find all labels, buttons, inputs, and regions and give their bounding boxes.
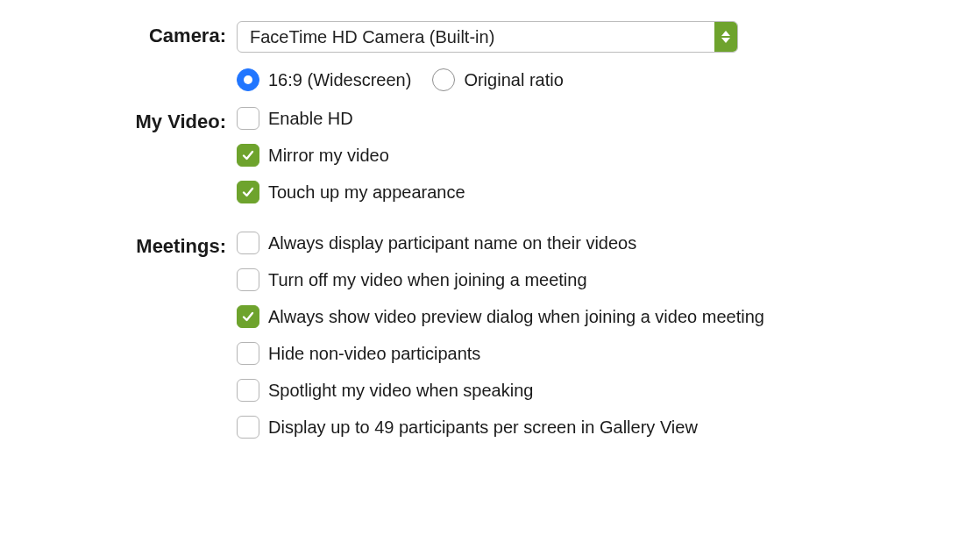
turn-off-video-joining-checkbox[interactable]: Turn off my video when joining a meeting (237, 268, 945, 291)
svg-marker-1 (721, 38, 730, 43)
turn-off-video-joining-label: Turn off my video when joining a meeting (268, 270, 587, 290)
display-participant-name-checkbox[interactable]: Always display participant name on their… (237, 232, 945, 254)
svg-marker-0 (721, 31, 730, 36)
ratio-widescreen-label: 16:9 (Widescreen) (268, 70, 411, 90)
show-preview-dialog-label: Always show video preview dialog when jo… (268, 307, 764, 327)
checkbox-icon (237, 379, 259, 402)
checkbox-icon (237, 416, 259, 439)
hide-non-video-checkbox[interactable]: Hide non-video participants (237, 342, 945, 365)
my-video-controls: Enable HD Mirror my video Touch up my ap… (237, 107, 945, 203)
checkbox-icon (237, 107, 259, 130)
meetings-label: Meetings: (136, 219, 226, 258)
aspect-ratio-controls: 16:9 (Widescreen) Original ratio (237, 68, 945, 91)
aspect-ratio-group: 16:9 (Widescreen) Original ratio (237, 68, 945, 91)
hide-non-video-label: Hide non-video participants (268, 344, 480, 364)
ratio-original-radio[interactable]: Original ratio (432, 68, 563, 91)
camera-label: Camera: (149, 21, 226, 47)
radio-icon (432, 68, 455, 91)
touch-up-checkbox[interactable]: Touch up my appearance (237, 181, 945, 203)
touch-up-label: Touch up my appearance (268, 182, 465, 203)
checkbox-icon (237, 232, 259, 254)
ratio-widescreen-radio[interactable]: 16:9 (Widescreen) (237, 68, 411, 91)
dropdown-stepper-icon (714, 22, 737, 52)
checkbox-icon (237, 144, 259, 167)
camera-select-value: FaceTime HD Camera (Built-in) (238, 22, 714, 52)
mirror-video-label: Mirror my video (268, 146, 389, 166)
my-video-label: My Video: (135, 107, 226, 133)
checkbox-icon (237, 181, 259, 203)
enable-hd-checkbox[interactable]: Enable HD (237, 107, 945, 130)
mirror-video-checkbox[interactable]: Mirror my video (237, 144, 945, 167)
camera-select[interactable]: FaceTime HD Camera (Built-in) (237, 21, 738, 53)
spotlight-speaking-label: Spotlight my video when speaking (268, 381, 533, 401)
checkbox-icon (237, 268, 259, 291)
display-participant-name-label: Always display participant name on their… (268, 233, 636, 253)
video-settings-form: Camera: FaceTime HD Camera (Built-in) 16… (35, 21, 945, 439)
display-49-gallery-checkbox[interactable]: Display up to 49 participants per screen… (237, 416, 945, 439)
camera-controls: FaceTime HD Camera (Built-in) (237, 21, 945, 53)
show-preview-dialog-checkbox[interactable]: Always show video preview dialog when jo… (237, 305, 945, 328)
spotlight-speaking-checkbox[interactable]: Spotlight my video when speaking (237, 379, 945, 402)
ratio-original-label: Original ratio (464, 70, 563, 90)
display-49-gallery-label: Display up to 49 participants per screen… (268, 417, 698, 438)
radio-icon (237, 68, 259, 91)
enable-hd-label: Enable HD (268, 109, 353, 129)
checkbox-icon (237, 342, 259, 365)
meetings-controls: Always display participant name on their… (237, 219, 945, 439)
checkbox-icon (237, 305, 259, 328)
